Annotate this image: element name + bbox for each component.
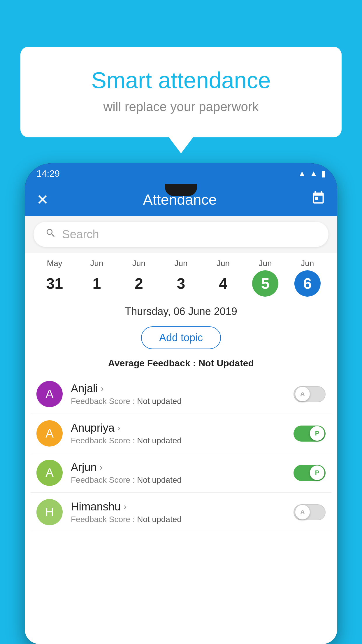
phone-frame: 14:29 ▲ ▲ ▮ ✕ Attendance	[25, 163, 337, 644]
student-info: Arjun › Feedback Score : Not updated	[71, 461, 285, 485]
student-item-arjun[interactable]: A Arjun › Feedback Score : Not updated P	[31, 453, 331, 493]
selected-date-label: Thursday, 06 June 2019	[25, 300, 337, 321]
date-number: 31	[41, 270, 68, 297]
chevron-right-icon: ›	[100, 462, 103, 472]
phone-notch	[165, 184, 197, 196]
student-feedback: Feedback Score : Not updated	[71, 436, 285, 445]
date-item-3[interactable]: Jun 3	[160, 259, 202, 297]
signal-icon: ▲	[310, 169, 318, 178]
date-number: 6	[294, 270, 321, 297]
calendar-icon[interactable]	[311, 191, 326, 209]
student-info: Anupriya › Feedback Score : Not updated	[71, 422, 285, 445]
close-button[interactable]: ✕	[36, 191, 49, 208]
date-month: May	[34, 259, 76, 268]
student-feedback: Feedback Score : Not updated	[71, 515, 285, 524]
attendance-toggle[interactable]: A	[294, 504, 326, 520]
search-icon	[45, 228, 56, 241]
feedback-summary-value: Not Updated	[198, 358, 254, 368]
wifi-icon: ▲	[298, 169, 306, 178]
date-item-4[interactable]: Jun 4	[202, 259, 244, 297]
app-screen: ✕ Attendance Search May 31	[25, 184, 337, 644]
speech-bubble: Smart attendance will replace your paper…	[20, 47, 342, 137]
student-feedback: Feedback Score : Not updated	[71, 397, 285, 406]
feedback-summary-label: Average Feedback :	[108, 358, 198, 368]
student-feedback: Feedback Score : Not updated	[71, 475, 285, 485]
student-avatar: A	[36, 381, 63, 407]
date-number: 3	[168, 270, 194, 297]
date-number: 5	[252, 270, 278, 297]
chevron-right-icon: ›	[101, 384, 104, 393]
battery-icon: ▮	[321, 169, 326, 178]
search-container: Search	[25, 216, 337, 253]
date-item-1[interactable]: Jun 1	[76, 259, 118, 297]
student-name: Arjun ›	[71, 461, 285, 474]
date-number: 1	[84, 270, 110, 297]
toggle-switch[interactable]: P	[294, 465, 326, 481]
student-list: A Anjali › Feedback Score : Not updated …	[25, 374, 337, 532]
student-item-anupriya[interactable]: A Anupriya › Feedback Score : Not update…	[31, 414, 331, 453]
student-name: Anupriya ›	[71, 422, 285, 434]
student-info: Anjali › Feedback Score : Not updated	[71, 382, 285, 406]
date-month: Jun	[118, 259, 160, 268]
student-name: Himanshu ›	[71, 501, 285, 513]
status-icons: ▲ ▲ ▮	[298, 169, 326, 178]
bubble-title: Smart attendance	[44, 67, 318, 94]
bubble-subtitle: will replace your paperwork	[44, 99, 318, 114]
attendance-toggle[interactable]: P	[294, 426, 326, 442]
date-month: Jun	[160, 259, 202, 268]
toggle-switch[interactable]: P	[294, 426, 326, 442]
student-avatar: A	[36, 420, 63, 447]
student-avatar: H	[36, 499, 63, 525]
student-item-himanshu[interactable]: H Himanshu › Feedback Score : Not update…	[31, 493, 331, 532]
student-name: Anjali ›	[71, 382, 285, 395]
feedback-summary: Average Feedback : Not Updated	[25, 355, 337, 374]
student-avatar: A	[36, 460, 63, 486]
date-item-2[interactable]: Jun 2	[118, 259, 160, 297]
date-item-6[interactable]: Jun 6	[286, 259, 328, 297]
student-info: Himanshu › Feedback Score : Not updated	[71, 501, 285, 524]
date-number: 4	[210, 270, 236, 297]
student-item-anjali[interactable]: A Anjali › Feedback Score : Not updated …	[31, 374, 331, 414]
date-month: Jun	[76, 259, 118, 268]
toggle-knob: A	[295, 505, 310, 519]
chevron-right-icon: ›	[117, 423, 120, 433]
date-month: Jun	[244, 259, 287, 268]
date-selector: May 31 Jun 1 Jun 2 Jun 3 Jun 4 Jun 5 Jun…	[25, 253, 337, 300]
chevron-right-icon: ›	[124, 502, 126, 512]
toggle-switch[interactable]: A	[294, 386, 326, 402]
date-number: 2	[126, 270, 152, 297]
toggle-knob: P	[310, 426, 324, 441]
status-bar: 14:29 ▲ ▲ ▮	[25, 163, 337, 184]
date-item-31[interactable]: May 31	[34, 259, 76, 297]
add-topic-button[interactable]: Add topic	[141, 326, 221, 349]
toggle-knob: A	[295, 387, 310, 401]
status-time: 14:29	[36, 168, 60, 179]
toggle-switch[interactable]: A	[294, 504, 326, 520]
attendance-toggle[interactable]: P	[294, 465, 326, 481]
toggle-knob: P	[310, 466, 324, 480]
date-month: Jun	[202, 259, 244, 268]
speech-bubble-container: Smart attendance will replace your paper…	[20, 47, 342, 137]
attendance-toggle[interactable]: A	[294, 386, 326, 402]
date-month: Jun	[286, 259, 328, 268]
date-item-5[interactable]: Jun 5	[244, 259, 287, 297]
search-placeholder: Search	[62, 228, 99, 241]
search-bar[interactable]: Search	[34, 222, 328, 247]
